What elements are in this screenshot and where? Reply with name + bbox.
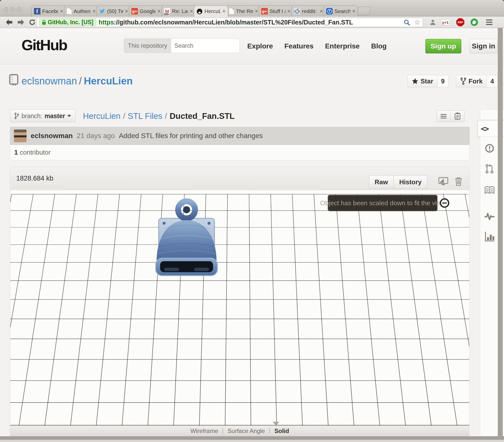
page-scrollbar[interactable]	[498, 28, 503, 436]
star-button[interactable]: Star	[408, 75, 438, 87]
repo-owner-link[interactable]: eclsnowman	[21, 75, 77, 86]
breadcrumb-folder-link[interactable]: STL Files	[128, 111, 162, 121]
close-window-button[interactable]	[4, 7, 8, 11]
sign-up-button[interactable]: Sign up	[425, 39, 461, 53]
fork-label: Fork	[469, 77, 483, 85]
fullscreen-monitor-icon[interactable]	[438, 177, 448, 186]
tab-search[interactable]: T Search ×	[324, 5, 358, 17]
profile-icon[interactable]	[428, 18, 438, 26]
browser-toolbar: GitHub, Inc. [US] https://github.com/ecl…	[0, 16, 504, 28]
commit-message[interactable]: Added STL files for printing and other c…	[119, 132, 263, 140]
close-icon[interactable]: ×	[60, 8, 63, 14]
active-mode-triangle-icon	[273, 422, 279, 426]
toc-list-button[interactable]	[437, 110, 451, 122]
search-icon[interactable]	[404, 19, 410, 26]
green-extension-icon[interactable]	[469, 18, 480, 26]
google-plus-icon: g+	[131, 8, 138, 14]
history-button[interactable]: History	[394, 176, 427, 189]
sidebar-item-graphs[interactable]	[484, 231, 495, 242]
sign-in-button[interactable]: Sign in	[470, 39, 498, 53]
minimize-window-button[interactable]	[10, 7, 15, 11]
tab-label: reddit:	[302, 8, 318, 14]
perspective-grid-plane	[10, 194, 469, 426]
google-plusone-icon[interactable]: g+1	[440, 18, 451, 26]
tab-gmail[interactable]: M 100+ Re: Las ×	[161, 5, 196, 17]
forward-icon[interactable]	[16, 17, 25, 27]
fork-button[interactable]: Fork	[456, 75, 487, 87]
close-icon[interactable]: ×	[320, 8, 323, 14]
sidebar-item-pulse[interactable]	[484, 211, 495, 222]
close-icon[interactable]: ×	[352, 8, 355, 14]
back-icon[interactable]	[4, 17, 14, 27]
raw-button[interactable]: Raw	[369, 176, 394, 189]
clipboard-icon	[454, 112, 461, 120]
mode-surface-angle[interactable]: Surface Angle	[228, 428, 265, 435]
sidebar-item-pull-requests[interactable]	[484, 163, 495, 174]
branch-selector-button[interactable]: branch: master	[10, 109, 75, 122]
contributor-count: 1	[14, 149, 18, 156]
sidebar-item-wiki[interactable]	[484, 185, 495, 196]
branch-icon	[14, 112, 19, 119]
close-icon[interactable]: ×	[255, 8, 258, 14]
close-icon[interactable]: ×	[125, 8, 128, 14]
close-icon[interactable]: ×	[222, 8, 226, 14]
mode-solid[interactable]: Solid	[274, 428, 289, 435]
plusone-glyph: +1	[444, 20, 449, 24]
commit-author-link[interactable]: eclsnowman	[31, 132, 73, 140]
tab-facebook[interactable]: f Facebo ×	[31, 5, 66, 17]
github-logo[interactable]: GitHub	[21, 36, 67, 54]
url-bar[interactable]: GitHub, Inc. [US] https://github.com/ecl…	[36, 18, 423, 27]
fork-icon	[460, 77, 466, 85]
list-icon	[441, 114, 447, 118]
close-icon[interactable]: ×	[287, 8, 290, 14]
fork-count[interactable]: 4	[487, 75, 498, 87]
avatar[interactable]	[14, 129, 27, 142]
tab-twitter[interactable]: (50) Tw ×	[96, 5, 131, 17]
tab-reddit[interactable]: reddit: ×	[291, 5, 325, 17]
pull-request-icon	[485, 164, 494, 174]
star-group: Star 9	[408, 75, 449, 87]
repo-name-link[interactable]: HercuLien	[84, 75, 133, 86]
tab-google[interactable]: g+ Google ×	[129, 5, 163, 17]
nav-explore[interactable]: Explore	[247, 42, 273, 50]
contributor-label: contributor	[20, 149, 50, 156]
ev-certificate-badge[interactable]: GitHub, Inc. [US]	[39, 19, 96, 26]
document-icon	[229, 8, 234, 14]
close-icon[interactable]: ×	[157, 8, 161, 14]
stl-3d-viewer[interactable]: Object has been scaled down to fit the v…	[10, 190, 469, 436]
google-plus-icon: g+	[261, 8, 268, 14]
latest-commit-bar: eclsnowman 21 days ago Added STL files f…	[10, 127, 470, 145]
file-actions: Raw History	[369, 176, 427, 189]
nav-enterprise[interactable]: Enterprise	[325, 42, 360, 50]
search-input[interactable]	[171, 42, 240, 49]
reload-icon[interactable]	[27, 17, 37, 27]
zoom-window-button[interactable]	[17, 7, 21, 11]
branch-name: master	[44, 112, 65, 120]
repo-icon	[9, 74, 18, 86]
tab-github-active[interactable]: HercuL ×	[194, 5, 228, 17]
sidebar-item-issues[interactable]	[484, 143, 495, 154]
bookmark-star-icon[interactable]: ☆	[414, 19, 420, 26]
mode-wireframe[interactable]: Wireframe	[191, 428, 218, 435]
graph-icon	[484, 232, 495, 242]
viewer-grid: Object has been scaled down to fit the v…	[10, 190, 469, 426]
tab-stuff[interactable]: g+ Stuff I a ×	[259, 5, 293, 17]
close-icon[interactable]: ×	[190, 8, 193, 14]
nav-features[interactable]: Features	[284, 42, 314, 50]
copy-path-button[interactable]	[451, 110, 465, 122]
adblock-icon[interactable]: ABP	[455, 18, 466, 26]
tab-strip: f Facebo × Authen × (50) Tw × g+ Google …	[0, 0, 504, 16]
tab-authen[interactable]: Authen ×	[64, 5, 98, 17]
breadcrumb-repo-link[interactable]: HercuLien	[83, 111, 120, 121]
minus-circle-icon	[440, 198, 449, 208]
close-icon[interactable]: ×	[92, 8, 96, 14]
nav-blog[interactable]: Blog	[371, 42, 387, 50]
tab-label: Authen	[74, 8, 91, 14]
new-tab-button[interactable]	[356, 7, 371, 15]
url-text: https://github.com/eclsnowman/HercuLien/…	[99, 19, 404, 26]
trash-icon[interactable]	[455, 177, 462, 186]
star-count[interactable]: 9	[438, 75, 449, 87]
menu-icon[interactable]	[484, 18, 495, 26]
github-search-box[interactable]: This repository	[124, 38, 240, 53]
tab-the-re[interactable]: The Re ×	[226, 5, 260, 17]
